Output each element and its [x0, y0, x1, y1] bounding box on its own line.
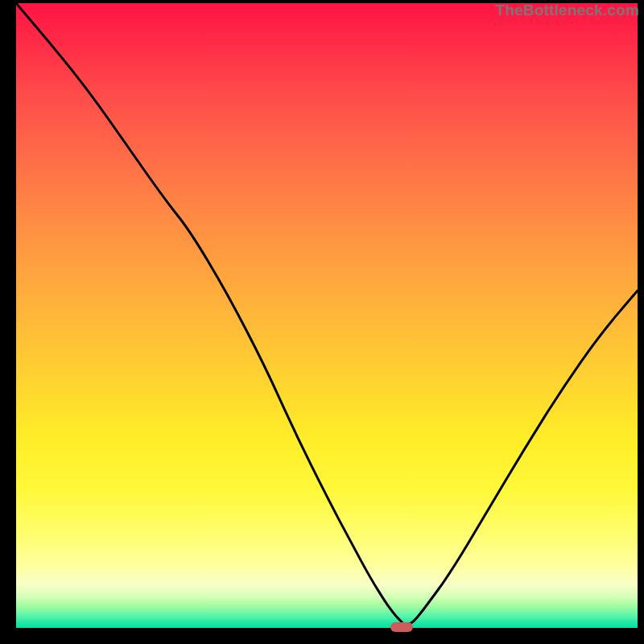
optimal-marker — [390, 622, 413, 632]
chart-frame: TheBottleneck.com — [0, 0, 644, 644]
plot-area — [16, 3, 638, 628]
watermark: TheBottleneck.com — [495, 2, 639, 19]
bottleneck-curve — [16, 3, 638, 628]
